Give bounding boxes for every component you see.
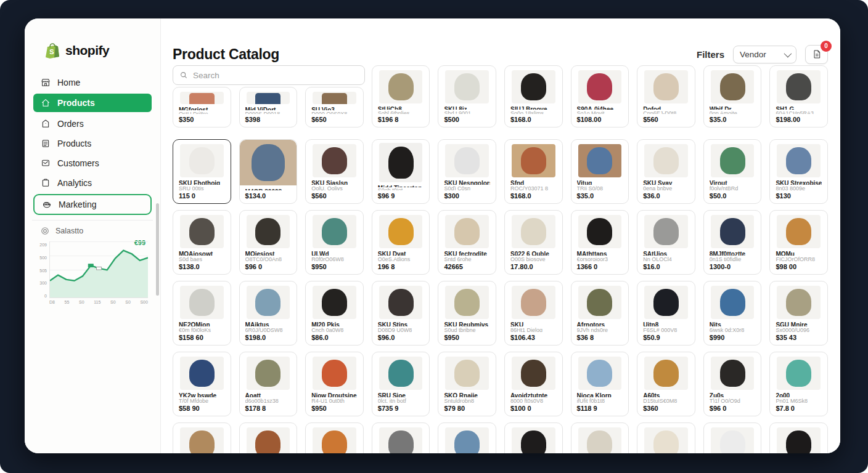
product-card[interactable]: SH1 G 60A1CHn5RA3 $198.00 — [769, 65, 828, 127]
filter-list-button[interactable]: 0 — [805, 45, 828, 64]
product-photo-placeholder — [388, 218, 414, 245]
product-card[interactable]: SGU Mnire Sx0000/U096 $35 43 — [769, 281, 828, 346]
product-card[interactable] — [703, 422, 762, 453]
product-photo-placeholder — [720, 218, 745, 245]
product-card[interactable]: A60ts D15tuIS€0M8 $360 — [637, 352, 695, 416]
product-row: MOAiosowt S0d baes $138.0 MOiesiost O8TC… — [173, 210, 828, 275]
chart-plot-area — [49, 241, 148, 298]
product-image — [313, 144, 356, 177]
product-card[interactable]: SKU 8iz Shd t 9001 $500 — [438, 65, 496, 127]
product-card[interactable]: MOiesiost O8TC0/O0An8 $96 0 — [239, 210, 298, 275]
product-card[interactable]: 2o00 Pn01 M6Sk8 $7.8 0 — [769, 352, 828, 416]
product-card[interactable]: SIUJ Broove So0o 18slims $168.0 — [504, 65, 563, 127]
product-card[interactable]: MOMu FICJOrOfORR8 $98 00 — [769, 210, 828, 275]
product-card[interactable] — [438, 422, 496, 453]
product-card[interactable]: SKO Rnaije Sntuldrobn8 $79 80 — [438, 352, 496, 416]
chevron-down-icon — [784, 49, 792, 57]
product-card[interactable]: SKU Strexobisen 8n03 8009e $130 — [769, 139, 828, 204]
sidebar-item-home[interactable]: Home — [33, 74, 152, 91]
product-subtitle: S0d baes — [179, 256, 225, 261]
product-card[interactable]: MAiktus 6R0J/U0DSW8 $198.0 — [239, 281, 298, 346]
sidebar-item-label: Analytics — [57, 178, 92, 188]
product-card[interactable]: Sfnd ROC/Y03071 8 $168.0 — [504, 139, 563, 204]
product-card[interactable]: SKU fectrodite Sntd 6rohe 42665 — [438, 210, 496, 275]
product-card[interactable]: SKU Reubmivs S0ud tbribne $950 — [438, 281, 496, 346]
product-photo-placeholder — [587, 73, 612, 100]
product-card[interactable]: Uitn8 F6SL# 000V8 $50.9 — [637, 281, 695, 346]
product-photo-placeholder — [189, 360, 215, 387]
product-card[interactable]: MAthttaps €orsoroioor3 1366 0 — [571, 210, 629, 275]
product-card[interactable]: SKU Siaslsn OolU, Oolivs $560 — [305, 139, 364, 204]
product-subtitle: f0olv/ntBRd — [710, 185, 756, 190]
product-card[interactable]: StUiCb8 Sobl 6tbnlies $196 8 — [372, 65, 430, 127]
header-controls: Filters Vendor 0 — [697, 45, 828, 64]
product-image — [247, 92, 290, 104]
product-card[interactable] — [504, 422, 563, 453]
product-card[interactable]: Aoatt d6o00b1sz38 $178 8 — [239, 352, 298, 416]
product-card[interactable]: M4OR 80098 $134.0 — [239, 139, 298, 204]
product-card[interactable]: Midd Tineerton S0oh t0iot $96 9 — [372, 139, 430, 204]
product-card[interactable]: NE2OMion €0m f0i0loKs $158 60 — [173, 281, 231, 346]
product-card[interactable]: S022 6 Ouble O00S biosove 17.80.0 — [504, 210, 563, 275]
home-icon — [41, 98, 51, 108]
product-photo-placeholder — [454, 73, 480, 100]
product-card[interactable]: SKU Ehothoig SRU 00tis 115 0 — [173, 139, 231, 204]
product-title: SKU Reubmivs — [444, 321, 490, 326]
product-card[interactable]: S90A-0i4hee So1o Movit $108.00 — [571, 65, 629, 127]
customers-icon — [41, 158, 51, 168]
sidebar-item-products[interactable]: Products — [33, 135, 152, 152]
sidebar-item-orders[interactable]: Orders — [33, 115, 152, 132]
product-card[interactable] — [305, 422, 364, 453]
product-image — [247, 215, 290, 248]
product-card[interactable] — [239, 422, 298, 453]
product-price: $50.9 — [643, 334, 689, 341]
product-card[interactable] — [769, 422, 828, 453]
product-card[interactable]: Dofod Cnn6EJ-D0t8 $560 — [637, 65, 695, 127]
product-card[interactable]: SU Vio3 D000 O9S0X8 $650 — [305, 87, 364, 127]
product-subtitle: D090S D9018 — [245, 111, 292, 114]
store-row[interactable]: Salastto — [33, 227, 152, 235]
sidebar-scrollbar[interactable] — [156, 203, 159, 296]
product-card[interactable]: SKU Nesnqolors S0d) C0sn $300 — [438, 139, 496, 204]
product-card[interactable]: Mid ViDort D090S D9018 $398 — [239, 87, 298, 127]
product-title: SKU Svay — [643, 180, 689, 185]
product-card[interactable]: Afrnotors 9JVh nds0re $36 8 — [571, 281, 629, 346]
product-card[interactable]: SRU Sioe 0lct, itn botf $735 9 — [372, 352, 430, 416]
search-bar[interactable] — [173, 65, 365, 85]
product-subtitle: D08D9 U0W8 — [378, 327, 424, 332]
sidebar-item-analytics[interactable]: Analytics — [33, 174, 152, 191]
vendor-dropdown[interactable]: Vendor — [733, 46, 796, 63]
product-card[interactable]: SKU Svay 0ena bnbve $36.0 — [637, 139, 695, 204]
product-card[interactable]: MGforiost OstU Dri8re $350 — [173, 87, 231, 127]
product-card[interactable] — [571, 422, 629, 453]
product-card[interactable]: ULWd R0f0rO06W8 $950 — [305, 210, 364, 275]
product-card[interactable]: Vitug TRIi S0/08 $35.0 — [571, 139, 629, 204]
product-card[interactable]: Nioca Klorp ifUfit f0b1t8 $118 9 — [571, 352, 629, 416]
sidebar-item-customers[interactable]: Customers — [33, 155, 152, 171]
product-card[interactable]: Nits 6iwsk 0d:X0r8 $990 — [703, 281, 762, 346]
product-card[interactable]: Zu0s T)1f O0/O9d $96 0 — [703, 352, 762, 416]
product-card[interactable]: SKU Dvat O0eS.Atlions 196 8 — [372, 210, 430, 275]
product-card[interactable]: MOAiosowt S0d baes $138.0 — [173, 210, 231, 275]
product-row: YK2w bswde T/0f Mfdobe $58 90 Aoatt d6o0… — [173, 352, 828, 416]
sidebar-item-label: Marketing — [59, 200, 96, 209]
search-input[interactable] — [193, 71, 358, 80]
product-photo-placeholder — [653, 289, 679, 316]
product-card[interactable] — [173, 422, 231, 453]
product-card[interactable]: YK2w bswde T/0f Mfdobe $58 90 — [173, 352, 231, 416]
product-card[interactable]: SKU Stins D08D9 U0W8 $96.0 — [372, 281, 430, 346]
product-card[interactable]: Virout f0olv/ntBRd $50.0 — [703, 139, 762, 204]
product-card[interactable]: SAtUios Nn OLOCl4 $16.0 — [637, 210, 695, 275]
product-card[interactable]: Whif Dr 0on Amoite $35.0 — [703, 65, 762, 127]
product-card[interactable]: MI20 Pkis Cnch 0a0W8 $86.0 — [305, 281, 364, 346]
product-card[interactable] — [637, 422, 695, 453]
product-card[interactable]: Avoidztutnte 8000 ft0s0V8 $100 0 — [504, 352, 563, 416]
product-card[interactable] — [372, 422, 430, 453]
product-subtitle: 8000 ft0s0V8 — [510, 398, 557, 403]
product-card[interactable]: Niow Droutsine R4-U1 0ut0th $950 — [305, 352, 364, 416]
product-card[interactable]: 8MJf0ttoztte 0n1S ti0fidlie 1300-0 — [703, 210, 762, 275]
product-card[interactable]: SKU 86Ht1 Dielog $106.43 — [504, 281, 563, 346]
product-image — [711, 427, 755, 453]
sidebar-item-marketing[interactable]: Marketing — [33, 194, 152, 215]
sidebar-item-products-active[interactable]: Products — [33, 94, 152, 112]
